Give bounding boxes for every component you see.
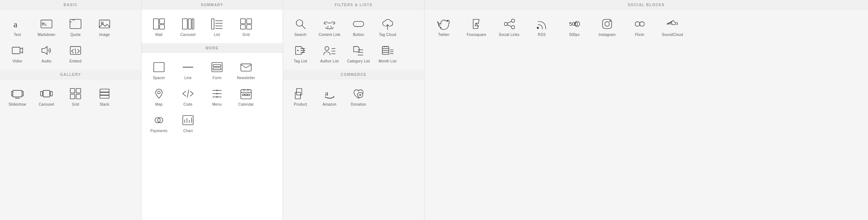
social-item-flickr[interactable]: Flickr [623,13,656,40]
social-grid: Twitter Foursquare Social Links [425,9,868,43]
basic-item-quote[interactable]: " Quote [61,13,90,40]
svg-text:500: 500 [569,21,578,27]
more-item-spacer[interactable]: Spacer [144,56,173,83]
svg-text:a: a [325,89,328,97]
svg-text:": " [72,18,75,25]
svg-line-75 [328,26,328,28]
svg-rect-62 [242,94,244,96]
basic-item-image[interactable]: Image [90,13,119,40]
more-item-payments[interactable]: Payments [144,109,173,136]
svg-line-51 [187,90,189,98]
commerce-item-product[interactable]: Product [286,83,315,109]
basic-item-embed[interactable]: Embed [61,40,90,66]
social-item-500px[interactable]: 500 500px [558,13,591,40]
gallery-item-stack[interactable]: Stack [90,83,119,109]
social-item-foursquare[interactable]: Foursquare [460,13,493,40]
svg-rect-35 [212,19,214,29]
social-item-instagram[interactable]: Instagram [591,13,623,40]
more-header: MORE [142,43,283,53]
svg-rect-33 [188,19,191,29]
svg-rect-77 [353,21,364,27]
svg-line-80 [388,25,389,27]
filters-item-search[interactable]: Search [286,13,315,40]
social-item-rss[interactable]: RSS [525,13,558,40]
basic-item-audio[interactable]: Audio [32,40,61,66]
svg-point-85 [325,46,329,50]
filters-grid: Search Content Link Button [283,9,424,70]
more-item-map[interactable]: Map [144,83,173,109]
svg-point-56 [216,93,218,94]
svg-rect-8 [12,47,20,54]
gallery-item-slideshow[interactable]: Slideshow [3,83,32,109]
svg-rect-63 [245,94,247,96]
svg-rect-41 [247,19,252,24]
filters-item-author-list[interactable]: Author List [315,40,344,66]
svg-rect-64 [248,94,250,96]
summary-item-wall[interactable]: Wall [144,13,173,40]
svg-marker-9 [42,46,47,54]
summary-item-carousel[interactable]: Carousel [173,13,202,40]
svg-rect-42 [241,25,246,29]
svg-line-111 [507,21,512,23]
svg-point-118 [635,22,640,27]
basic-item-markdown[interactable]: M↓ Markdown [32,13,61,40]
filters-item-tag-list[interactable]: Tag List [286,40,315,66]
svg-rect-44 [154,62,164,72]
svg-rect-102 [295,92,300,99]
svg-rect-25 [76,94,81,99]
svg-rect-29 [153,19,159,29]
svg-point-55 [216,90,218,91]
svg-point-116 [605,22,610,27]
summary-grid: Wall Carousel List [142,9,283,43]
filters-item-content-link[interactable]: Content Link [315,13,344,40]
filters-item-category-list[interactable]: Category List [344,40,373,66]
summary-item-list[interactable]: List [202,13,232,40]
gallery-item-grid[interactable]: Grid [61,83,90,109]
svg-point-7 [101,22,103,24]
left-panel: BASIC a Text M↓ Markdown " [0,0,142,220]
summary-header: SUMMARY [142,0,283,9]
more-item-code[interactable]: Code [173,83,202,109]
gallery-header: GALLERY [0,70,141,79]
svg-rect-22 [70,89,75,93]
svg-point-50 [157,91,160,94]
svg-rect-19 [43,90,50,97]
svg-rect-40 [241,19,246,24]
svg-text:a: a [13,20,17,29]
social-item-twitter[interactable]: Twitter [427,13,460,40]
more-item-calendar[interactable]: Calendar [232,83,261,109]
svg-rect-3 [70,19,81,28]
more-item-form[interactable]: Form [202,56,232,83]
svg-rect-31 [160,25,165,29]
filters-item-tag-cloud[interactable]: Tag Cloud [373,13,402,40]
more-item-line[interactable]: Line [173,56,202,83]
basic-item-video[interactable]: Video [3,40,32,66]
middle-panel: SUMMARY Wall Carousel [142,0,283,220]
basic-item-text[interactable]: a Text [3,13,32,40]
svg-rect-46 [212,62,222,72]
svg-rect-101 [296,89,302,95]
basic-header: BASIC [0,0,141,9]
filters-item-button[interactable]: Button [344,13,373,40]
summary-item-grid[interactable]: Grid [232,13,261,40]
svg-rect-24 [70,94,75,99]
svg-point-17 [17,98,18,99]
svg-rect-47 [213,65,221,66]
commerce-item-donation[interactable]: Donation [344,83,373,109]
svg-point-113 [537,27,539,29]
svg-rect-6 [99,20,110,28]
commerce-item-amazon[interactable]: a Amazon [315,83,344,109]
svg-line-112 [507,25,512,27]
gallery-item-carousel[interactable]: Carousel [32,83,61,109]
svg-line-76 [331,26,332,28]
more-item-menu[interactable]: Menu [202,83,232,109]
social-item-social-links[interactable]: Social Links [493,13,525,40]
basic-grid: a Text M↓ Markdown " Quote [0,9,141,70]
social-item-soundcloud[interactable]: SoundCloud [656,13,689,40]
filters-item-month-list[interactable]: Month List [373,40,402,66]
svg-point-18 [18,98,19,99]
svg-point-110 [504,23,508,26]
more-item-newsletter[interactable]: Newsletter [232,56,261,83]
svg-rect-49 [241,64,251,71]
more-item-chart[interactable]: Chart [173,109,202,136]
